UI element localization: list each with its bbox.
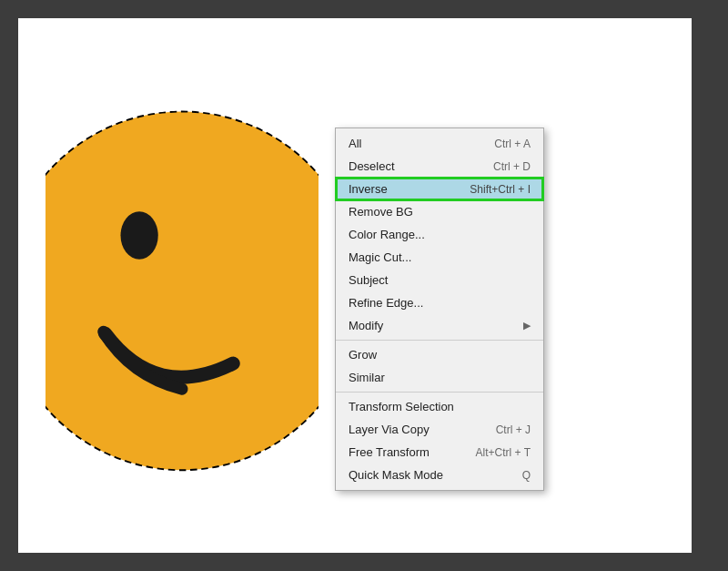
svg-point-3 (121, 211, 158, 260)
menu-item-shortcut: Ctrl + D (493, 160, 531, 173)
menu-item-label: Remove BG (349, 205, 413, 219)
menu-item-transform_selection[interactable]: Transform Selection (336, 395, 543, 418)
submenu-arrow-icon: ▶ (523, 320, 531, 331)
menu-item-label: Subject (349, 273, 388, 287)
menu-item-shortcut: Shift+Ctrl + I (470, 183, 531, 196)
smiley-canvas-object (46, 64, 318, 501)
menu-item-label: All (349, 137, 361, 150)
menu-item-modify[interactable]: Modify▶ (336, 314, 543, 337)
menu-item-label: Transform Selection (349, 400, 454, 413)
menu-item-refine_edge[interactable]: Refine Edge... (336, 291, 543, 314)
menu-item-quick_mask_mode[interactable]: Quick Mask ModeQ (336, 464, 543, 486)
menu-item-label: Similar (349, 371, 385, 384)
menu-item-grow[interactable]: Grow (336, 343, 543, 366)
menu-item-subject[interactable]: Subject (336, 269, 543, 291)
menu-item-inverse[interactable]: InverseShift+Ctrl + I (336, 178, 543, 200)
canvas: AllCtrl + ADeselectCtrl + DInverseShift+… (18, 18, 692, 553)
menu-item-label: Deselect (349, 159, 395, 173)
menu-separator (336, 392, 543, 393)
menu-item-all[interactable]: AllCtrl + A (336, 132, 543, 155)
menu-separator (336, 340, 543, 341)
menu-item-shortcut: Alt+Ctrl + T (476, 446, 531, 459)
menu-item-deselect[interactable]: DeselectCtrl + D (336, 155, 543, 178)
menu-item-shortcut: Q (522, 469, 531, 482)
menu-item-label: Free Transform (349, 445, 430, 459)
menu-item-label: Refine Edge... (349, 296, 423, 310)
menu-item-label: Quick Mask Mode (349, 468, 443, 482)
menu-item-layer_via_copy[interactable]: Layer Via CopyCtrl + J (336, 418, 543, 441)
svg-point-1 (46, 112, 318, 471)
menu-item-free_transform[interactable]: Free TransformAlt+Ctrl + T (336, 441, 543, 464)
menu-item-label: Layer Via Copy (349, 423, 430, 436)
menu-item-label: Grow (349, 348, 377, 362)
menu-item-label: Magic Cut... (349, 250, 411, 264)
menu-item-shortcut: Ctrl + A (494, 138, 531, 150)
menu-item-remove_bg[interactable]: Remove BG (336, 200, 543, 223)
menu-item-magic_cut[interactable]: Magic Cut... (336, 246, 543, 269)
menu-item-color_range[interactable]: Color Range... (336, 223, 543, 246)
menu-item-similar[interactable]: Similar (336, 366, 543, 389)
menu-item-label: Inverse (349, 182, 388, 196)
context-menu: AllCtrl + ADeselectCtrl + DInverseShift+… (335, 127, 544, 491)
menu-item-shortcut: Ctrl + J (496, 423, 531, 436)
menu-item-label: Modify (349, 319, 383, 332)
menu-item-label: Color Range... (349, 228, 425, 241)
